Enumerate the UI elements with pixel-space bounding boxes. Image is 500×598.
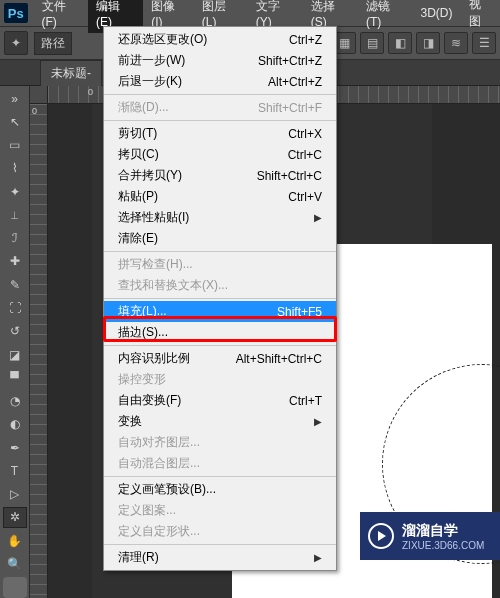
ruler-h-mark: 0 (88, 87, 93, 97)
opt-mode-label[interactable]: 路径 (34, 32, 72, 55)
menu-item-define-shape: 定义自定形状... (104, 521, 336, 542)
blur-tool-icon[interactable]: ◔ (3, 390, 27, 411)
tool-preset-icon[interactable]: ✦ (4, 31, 28, 55)
crop-tool-icon[interactable]: ⟂ (3, 204, 27, 225)
text-tool-icon[interactable]: T (3, 460, 27, 481)
optbar-button-7[interactable]: ☰ (472, 32, 496, 54)
menu-item-define-brush[interactable]: 定义画笔预设(B)... (104, 479, 336, 500)
app-logo: Ps (4, 3, 28, 23)
menu-item-transform[interactable]: 变换▶ (104, 411, 336, 432)
zoom-tool-icon[interactable]: 🔍 (3, 553, 27, 574)
ruler-vertical: 0 (30, 104, 48, 598)
document-tab[interactable]: 未标题- (40, 60, 102, 86)
toolbox: » ↖ ▭ ⌇ ✦ ⟂ ℐ ✚ ✎ ⛶ ↺ ◪ ▀ ◔ ◐ ✒ T ▷ ✲ ✋ … (0, 86, 30, 598)
menu-item-define-pattern: 定义图案... (104, 500, 336, 521)
brush-tool-icon[interactable]: ✎ (3, 274, 27, 295)
menu-item-auto-align: 自动对齐图层... (104, 432, 336, 453)
heal-tool-icon[interactable]: ✚ (3, 251, 27, 272)
optbar-button-4[interactable]: ◧ (388, 32, 412, 54)
optbar-button-3[interactable]: ▤ (360, 32, 384, 54)
menu-item-step-forward[interactable]: 前进一步(W)Shift+Ctrl+Z (104, 50, 336, 71)
pen-tool-icon[interactable]: ✒ (3, 437, 27, 458)
menu-3d[interactable]: 3D(D) (413, 2, 461, 24)
menu-item-cut[interactable]: 剪切(T)Ctrl+X (104, 123, 336, 144)
gradient-tool-icon[interactable]: ▀ (3, 367, 27, 388)
menu-file[interactable]: 文件(F) (34, 0, 89, 33)
menu-view[interactable]: 视图 (461, 0, 500, 34)
shape-tool-icon[interactable]: ✲ (3, 507, 27, 528)
expand-toolbox-icon[interactable]: » (3, 88, 27, 109)
menu-item-purge[interactable]: 清理(R)▶ (104, 547, 336, 568)
play-icon (368, 523, 394, 549)
foreground-color-swatch[interactable] (3, 577, 27, 598)
menu-item-spell: 拼写检查(H)... (104, 254, 336, 275)
dodge-tool-icon[interactable]: ◐ (3, 414, 27, 435)
menu-item-free-transform[interactable]: 自由变换(F)Ctrl+T (104, 390, 336, 411)
watermark-site: ZIXUE.3D66.COM (402, 540, 484, 551)
optbar-button-6[interactable]: ≋ (444, 32, 468, 54)
menu-filter[interactable]: 滤镜(T) (358, 0, 413, 33)
menu-item-fill[interactable]: 填充(L)...Shift+F5 (104, 301, 336, 322)
menu-item-content-aware[interactable]: 内容识别比例Alt+Shift+Ctrl+C (104, 348, 336, 369)
marquee-tool-icon[interactable]: ▭ (3, 135, 27, 156)
menu-item-undo[interactable]: 还原选区更改(O)Ctrl+Z (104, 29, 336, 50)
menu-item-auto-blend: 自动混合图层... (104, 453, 336, 474)
path-select-tool-icon[interactable]: ▷ (3, 484, 27, 505)
menu-item-clear[interactable]: 清除(E) (104, 228, 336, 249)
menu-item-step-back[interactable]: 后退一步(K)Alt+Ctrl+Z (104, 71, 336, 92)
watermark-brand: 溜溜自学 (402, 522, 484, 540)
menu-item-copy[interactable]: 拷贝(C)Ctrl+C (104, 144, 336, 165)
eraser-tool-icon[interactable]: ◪ (3, 344, 27, 365)
edit-dropdown: 还原选区更改(O)Ctrl+Z 前进一步(W)Shift+Ctrl+Z 后退一步… (103, 26, 337, 571)
menu-item-puppet: 操控变形 (104, 369, 336, 390)
lasso-tool-icon[interactable]: ⌇ (3, 158, 27, 179)
menu-item-paste[interactable]: 粘贴(P)Ctrl+V (104, 186, 336, 207)
menu-item-copy-merged[interactable]: 合并拷贝(Y)Shift+Ctrl+C (104, 165, 336, 186)
wand-tool-icon[interactable]: ✦ (3, 181, 27, 202)
menu-item-paste-special[interactable]: 选择性粘贴(I)▶ (104, 207, 336, 228)
menu-item-fade: 渐隐(D)...Shift+Ctrl+F (104, 97, 336, 118)
history-brush-tool-icon[interactable]: ↺ (3, 321, 27, 342)
hand-tool-icon[interactable]: ✋ (3, 530, 27, 551)
watermark-badge: 溜溜自学 ZIXUE.3D66.COM (360, 512, 500, 560)
move-tool-icon[interactable]: ↖ (3, 111, 27, 132)
menu-item-stroke[interactable]: 描边(S)... (104, 322, 336, 343)
optbar-button-5[interactable]: ◨ (416, 32, 440, 54)
eyedropper-tool-icon[interactable]: ℐ (3, 228, 27, 249)
stamp-tool-icon[interactable]: ⛶ (3, 297, 27, 318)
menu-item-find-replace: 查找和替换文本(X)... (104, 275, 336, 296)
